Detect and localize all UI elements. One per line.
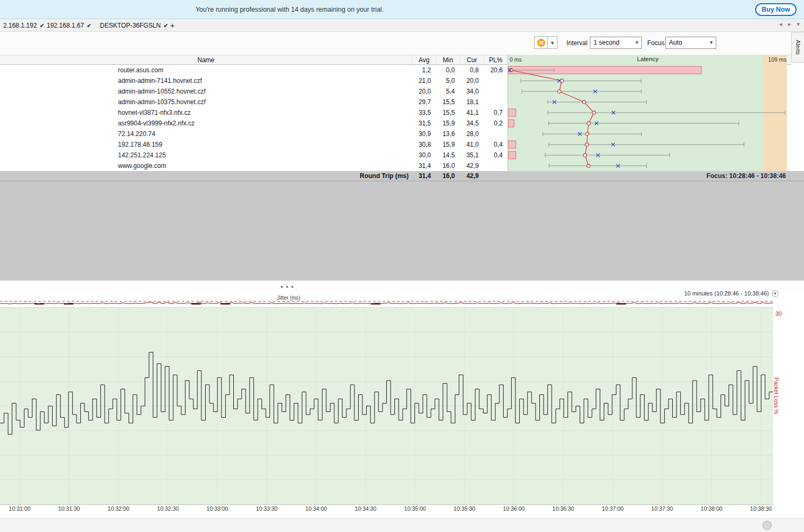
table-row[interactable]: 72.14.220.7430,913,628,0 [0,129,507,139]
hop-packet-loss: 0,7 [484,107,507,118]
tab-target-3[interactable]: DESKTOP-36FGSLN✔ [97,19,172,32]
x-axis-tick-label: 10:35:00 [400,505,430,512]
chevron-down-icon: ▼ [634,37,639,48]
hop-packet-loss: 0,2 [484,118,507,129]
hop-min: 15,9 [436,118,460,129]
add-target-tab-button[interactable]: + [167,19,178,32]
hop-name: admin-admin-10375.hovnet.czf [0,97,412,107]
latency-graph-column[interactable]: 0 ms Latency 109 ms [507,55,787,171]
hop-min: 5,4 [436,86,460,97]
timeline-x-axis: 10:31:0010:31:3010:32:0010:32:3010:33:00… [0,505,773,513]
hop-name: router.asus.com [0,65,412,75]
timeline-scrollbar[interactable] [0,518,804,532]
tab-label: DESKTOP-36FGSLN [100,22,160,29]
pane-splitter[interactable]: ●●● [0,281,804,290]
x-axis-tick-label: 10:38:30 [746,505,776,512]
x-axis-tick-label: 10:35:30 [450,505,479,512]
timeline-chart [0,308,773,504]
latency-chart [508,65,788,171]
scrollbar-thumb[interactable] [763,521,772,530]
x-axis-tick-label: 10:34:00 [301,505,331,512]
hop-packet-loss: 20,6 [484,65,507,75]
x-axis-tick-label: 10:36:30 [548,505,578,512]
check-icon: ✔ [87,22,91,29]
tab-label: 2.168.1.192 [3,22,37,29]
hop-avg: 33,5 [412,107,436,118]
table-row[interactable]: 142.251.224.12530,014,535,10,4 [0,150,507,161]
table-row[interactable]: admin-admin-10375.hovnet.czf29,715,518,1 [0,97,507,107]
target-tab-bar: 2.168.1.192✔ 192.168.1.67✔ DESKTOP-36FGS… [0,19,804,32]
hop-cur: 34,5 [460,118,484,129]
x-axis-tick-label: 10:37:00 [598,505,628,512]
col-header-name[interactable]: Name [0,55,412,64]
tab-target-1[interactable]: 2.168.1.192✔ [0,19,48,32]
focus-label: Focus [647,39,665,47]
col-header-pl[interactable]: PL% [484,55,507,64]
interval-label: Interval [566,39,587,47]
tab-label: 192.168.1.67 [47,22,84,29]
hop-avg: 30,8 [412,139,436,150]
x-axis-tick-label: 10:33:30 [252,505,282,512]
hop-avg: 1,2 [412,65,436,75]
hop-packet-loss: 0,4 [484,150,507,161]
table-row[interactable]: admin-admin-10552.hovnet.czf20,05,434,0 [0,86,507,97]
hop-packet-loss [484,97,507,107]
hop-avg: 30,0 [412,150,436,161]
hop-min: 5,0 [436,75,460,86]
alerts-side-tab[interactable]: Alerts [791,32,804,63]
packet-loss-axis-label: Packet Loss % [773,377,780,414]
col-header-avg[interactable]: Avg [412,55,436,64]
col-header-min[interactable]: Min [436,55,460,64]
table-row[interactable]: www.google.com31,416,042,9 [0,161,507,171]
tab-target-2[interactable]: 192.168.1.67✔ [44,19,95,32]
timeline-graph[interactable] [0,307,773,505]
table-row[interactable]: asr9904-vl3999-nfx2.nfx.cz31,515,934,50,… [0,118,507,129]
hop-name: asr9904-vl3999-nfx2.nfx.cz [0,118,412,129]
round-trip-avg: 31,4 [412,171,436,181]
x-axis-tick-label: 10:38:00 [697,505,726,512]
trial-banner-text: You're running professional with 14 days… [0,0,579,19]
hop-avg: 30,9 [412,129,436,139]
tab-scroll-arrows[interactable]: ◂ ▸ ▾ [779,21,802,28]
hop-avg: 21,0 [412,75,436,86]
buy-now-button[interactable]: Buy Now [755,3,797,16]
hop-cur: 41,0 [460,139,484,150]
x-axis-tick-label: 10:31:30 [54,505,84,512]
timeline-range-label: 10 minutes (10:28:46 - 10:38:46) [684,290,769,297]
hop-cur: 18,1 [460,97,484,107]
table-row[interactable]: 192.178.46.15930,815,941,00,4 [0,139,507,150]
timeline-right-axis: 30 Packet Loss % [773,298,804,513]
hop-min: 0,0 [436,65,460,75]
round-trip-row[interactable]: Round Trip (ms) 31,4 16,0 42,9 Focus: 10… [0,171,804,181]
latency-axis-max: 109 ms [768,56,786,63]
round-trip-cur: 42,9 [460,171,484,181]
interval-value: 1 second [594,39,620,46]
jitter-label: Jitter (ms) [275,295,302,301]
x-axis-tick-label: 10:34:30 [351,505,380,512]
pause-button[interactable] [534,36,548,49]
hop-name: 142.251.224.125 [0,150,412,161]
hop-cur: 28,0 [460,129,484,139]
x-axis-tick-label: 10:32:00 [104,505,133,512]
focus-select[interactable]: Auto ▼ [665,37,716,49]
interval-select[interactable]: 1 second ▼ [590,37,642,49]
hop-cur: 20,0 [460,75,484,86]
hop-name: admin-admin-7141.hovnet.czf [0,75,412,86]
col-header-cur[interactable]: Cur [460,55,484,64]
hop-name: 72.14.220.74 [0,129,412,139]
hop-avg: 31,5 [412,118,436,129]
timeline-collapse-button[interactable]: ▼ [772,290,778,297]
x-axis-tick-label: 10:33:00 [202,505,232,512]
hop-name: www.google.com [0,161,412,171]
jitter-strip[interactable]: Jitter (ms) [0,298,773,307]
table-row[interactable]: hovnet-vl3871-nfx3.nfx.cz33,515,541,10,7 [0,107,507,118]
table-row[interactable]: router.asus.com1,20,00,820,6 [0,65,507,75]
hop-name: admin-admin-10552.hovnet.czf [0,86,412,97]
hop-packet-loss: 0,4 [484,139,507,150]
pause-dropdown-button[interactable]: ▼ [548,36,557,49]
pingplotter-window: You're running professional with 14 days… [0,0,804,532]
focus-value: Auto [669,39,682,46]
empty-detail-area [0,181,804,281]
round-trip-label: Round Trip (ms) [0,171,412,181]
table-row[interactable]: admin-admin-7141.hovnet.czf21,05,020,0 [0,75,507,86]
